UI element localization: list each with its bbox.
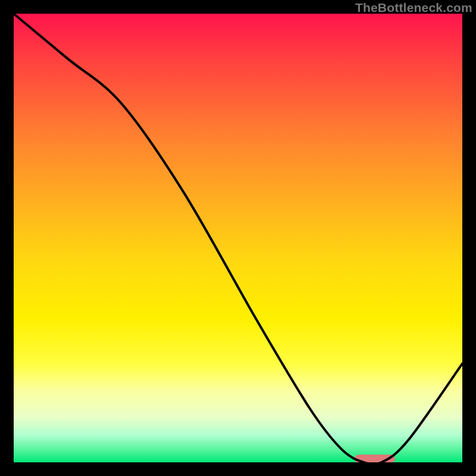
chart-frame <box>0 0 476 476</box>
watermark-text: TheBottleneck.com <box>355 1 472 15</box>
